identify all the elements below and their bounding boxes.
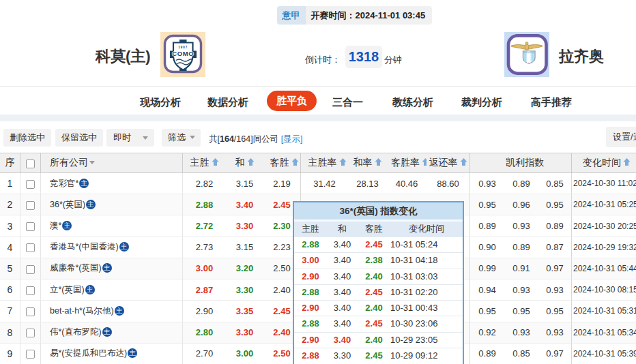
- svg-text:COMO: COMO: [172, 50, 194, 57]
- svg-text:1907: 1907: [178, 46, 188, 49]
